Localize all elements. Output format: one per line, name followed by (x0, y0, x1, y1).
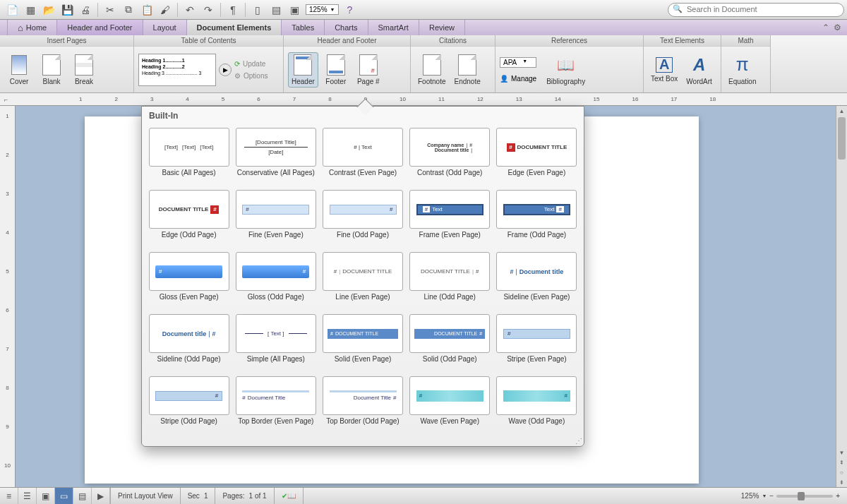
wordart-button[interactable]: A WordArt (683, 53, 715, 87)
tab-home[interactable]: Home (7, 20, 57, 35)
save-icon[interactable]: 💾 (60, 3, 74, 17)
zoom-value[interactable]: 125% (741, 492, 759, 500)
gallery-item-solid_e[interactable]: #DOCUMENT TITLESolid (Even Page) (321, 314, 404, 372)
publishing-view-button[interactable]: ▣ (37, 488, 55, 505)
toolbox-icon[interactable]: ▤ (269, 3, 283, 17)
paste-icon[interactable]: 📋 (140, 3, 154, 17)
gallery-thumb: [ Text ] (236, 314, 316, 353)
endnote-button[interactable]: Endnote (451, 53, 483, 87)
ribbon-group-text-elements: Text Elements A Text Box A WordArt (644, 35, 721, 92)
gallery-item-gloss_o[interactable]: #Gloss (Odd Page) (234, 252, 317, 310)
gallery-item-line_o[interactable]: DOCUMENT TITLE|#Line (Odd Page) (409, 252, 491, 310)
format-painter-icon[interactable]: 🖌 (158, 3, 172, 17)
print-layout-view-button[interactable]: ▭ (55, 488, 73, 505)
gallery-item-contrast_o[interactable]: Company name|#Document title|Contrast (O… (409, 128, 491, 186)
manage-button[interactable]: 👤Manage (500, 75, 536, 83)
vertical-scrollbar[interactable]: ▲ ▼ ⇞ ○ ⇟ (836, 106, 847, 487)
gallery-item-solid_o[interactable]: DOCUMENT TITLE#Solid (Odd Page) (409, 314, 491, 372)
zoom-in-icon[interactable]: + (836, 492, 840, 500)
zoom-slider[interactable] (776, 495, 833, 498)
new-doc-icon[interactable]: 📄 (5, 3, 19, 17)
gallery-item-wave_o[interactable]: #Wave (Odd Page) (495, 376, 578, 434)
tab-charts[interactable]: Charts (325, 20, 368, 35)
gallery-item-edge_o[interactable]: DOCUMENT TITLE#Edge (Odd Page) (148, 190, 230, 248)
equation-button[interactable]: π Equation (726, 53, 759, 87)
ruler-horizontal[interactable]: ⌐ 123456789101112131415161718 (0, 93, 847, 106)
gallery-item-stripe_o[interactable]: #Stripe (Odd Page) (148, 376, 230, 434)
gallery-item-frame_e[interactable]: #TextFrame (Even Page) (409, 190, 491, 248)
gallery-item-contrast_e[interactable]: # | TextContrast (Even Page) (321, 128, 404, 186)
print-icon[interactable]: 🖨 (78, 3, 92, 17)
tab-layout[interactable]: Layout (143, 20, 187, 35)
footnote-button[interactable]: Footnote (415, 53, 448, 87)
prev-page-icon[interactable]: ⇞ (836, 457, 847, 467)
browse-icon[interactable]: ○ (836, 467, 847, 477)
gallery-item-fine_e[interactable]: #Fine (Even Page) (234, 190, 317, 248)
gallery-item-frame_o[interactable]: Text#Frame (Odd Page) (495, 190, 578, 248)
group-title: Math (721, 35, 770, 47)
cut-icon[interactable]: ✂ (103, 3, 117, 17)
pilcrow-icon[interactable]: ¶ (226, 3, 240, 17)
gallery-item-gloss_e[interactable]: #Gloss (Even Page) (148, 252, 230, 310)
gallery-item-edge_e[interactable]: #DOCUMENT TITLEEdge (Even Page) (495, 128, 578, 186)
help-icon[interactable]: ? (343, 3, 357, 17)
view-mode-label[interactable]: Print Layout View (111, 488, 181, 505)
citation-style-select[interactable]: APA ▼ (500, 57, 536, 68)
search-input[interactable] (687, 5, 836, 13)
gallery-item-conservative[interactable]: [Document Title][Date]Conservative (All … (234, 128, 317, 186)
gallery-grid: [Text][Text][Text]Basic (All Pages)[Docu… (142, 125, 584, 446)
fullscreen-view-button[interactable]: ▶ (92, 488, 110, 505)
gallery-item-fine_o[interactable]: #Fine (Odd Page) (321, 190, 404, 248)
resize-handle[interactable]: ⋰ (575, 437, 582, 445)
ruler-vertical[interactable]: 12345678910111213 (0, 106, 16, 487)
pages-indicator[interactable]: Pages: 1 of 1 (215, 488, 274, 505)
section-indicator[interactable]: Sec 1 (181, 488, 216, 505)
gallery-item-wave_e[interactable]: #Wave (Even Page) (409, 376, 491, 434)
footer-button[interactable]: Footer (321, 53, 351, 87)
scroll-down-icon[interactable]: ▼ (836, 448, 847, 457)
cover-button[interactable]: Cover (4, 53, 34, 87)
sidebar-icon[interactable]: ▯ (251, 3, 265, 17)
chevron-down-icon[interactable]: ▼ (762, 493, 767, 498)
gallery-item-simple[interactable]: [ Text ]Simple (All Pages) (234, 314, 317, 372)
gallery-item-stripe_e[interactable]: #Stripe (Even Page) (495, 314, 578, 372)
toc-more-button[interactable]: ▶ (219, 64, 232, 76)
scroll-up-icon[interactable]: ▲ (836, 106, 847, 116)
bibliography-button[interactable]: 📖 Bibliography (543, 53, 588, 87)
options-button[interactable]: ⚙Options (234, 72, 268, 80)
header-button[interactable]: Header (288, 52, 318, 88)
gallery-item-sideline_e[interactable]: #|Document titleSideline (Even Page) (495, 252, 578, 310)
tab-document-elements[interactable]: Document Elements (187, 20, 282, 35)
collapse-icon[interactable]: ⌃ (822, 23, 829, 32)
gallery-item-topborder_e[interactable]: #Document TitleTop Border (Even Page) (234, 376, 317, 434)
zoom-out-icon[interactable]: − (769, 492, 774, 500)
tab-tables[interactable]: Tables (282, 20, 325, 35)
spell-check-icon[interactable]: ✔📖 (275, 488, 304, 505)
toc-preview[interactable]: Heading 1............1 Heading 2........… (138, 54, 216, 86)
break-button[interactable]: Break (69, 53, 99, 87)
gallery-item-sideline_o[interactable]: Document title|#Sideline (Odd Page) (148, 314, 230, 372)
media-icon[interactable]: ▣ (287, 3, 301, 17)
template-icon[interactable]: ▦ (23, 3, 37, 17)
draft-view-button[interactable]: ≡ (0, 488, 18, 505)
next-page-icon[interactable]: ⇟ (836, 477, 847, 487)
blank-button[interactable]: Blank (37, 53, 66, 87)
copy-icon[interactable]: ⧉ (121, 3, 136, 17)
open-icon[interactable]: 📂 (42, 3, 56, 17)
tab-smartart[interactable]: SmartArt (368, 20, 419, 35)
tab-review[interactable]: Review (419, 20, 465, 35)
scroll-thumb[interactable] (838, 117, 846, 160)
gallery-item-line_e[interactable]: #|DOCUMENT TITLELine (Even Page) (321, 252, 404, 310)
tab-header-footer[interactable]: Header and Footer (57, 20, 143, 35)
gallery-item-basic[interactable]: [Text][Text][Text]Basic (All Pages) (148, 128, 230, 186)
redo-icon[interactable]: ↷ (201, 3, 215, 17)
undo-icon[interactable]: ↶ (183, 3, 197, 17)
notebook-view-button[interactable]: ▤ (73, 488, 92, 505)
outline-view-button[interactable]: ☰ (18, 488, 37, 505)
gear-icon[interactable]: ⚙ (834, 23, 841, 32)
update-button[interactable]: ⟳Update (234, 60, 268, 68)
gallery-item-topborder_o[interactable]: Document Title#Top Border (Odd Page) (321, 376, 404, 434)
pagenum-button[interactable]: Page # (354, 53, 383, 87)
zoom-select[interactable]: 125% ▼ (306, 4, 339, 15)
textbox-button[interactable]: A Text Box (648, 56, 680, 84)
